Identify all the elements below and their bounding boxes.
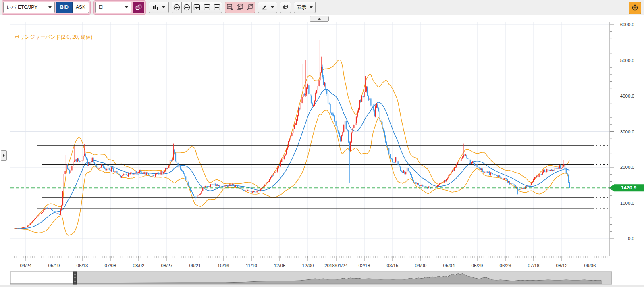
navigator[interactable] xyxy=(10,272,612,284)
y-axis-label: 1000.0 xyxy=(620,201,634,206)
navigator-handle[interactable] xyxy=(73,272,77,284)
y-axis-label: 4000.0 xyxy=(620,94,634,98)
x-axis-label: 04/24 xyxy=(20,263,32,268)
x-axis-label: 09/21 xyxy=(189,263,201,268)
y-axis-label: 5000.0 xyxy=(620,58,634,63)
y-axis-label: 3000.0 xyxy=(620,129,634,134)
triangle-right-icon xyxy=(3,154,5,157)
x-axis-label: 08/12 xyxy=(556,263,568,268)
x-axis-label: 07/08 xyxy=(105,263,116,268)
x-axis-label: 11/10 xyxy=(246,263,257,268)
x-axis-label: 09/06 xyxy=(584,263,596,268)
current-price-tag: 1420.9 xyxy=(609,184,644,191)
x-axis-label: 12/05 xyxy=(274,263,286,268)
x-axis-label: 05/19 xyxy=(48,263,60,268)
x-axis-label: 08/27 xyxy=(161,263,173,268)
x-axis-label: 05/29 xyxy=(472,263,483,268)
x-axis-label: 04/09 xyxy=(415,263,427,268)
x-axis-label: 10/16 xyxy=(218,263,229,268)
x-axis-label: 12/30 xyxy=(302,263,314,268)
x-axis-label: 07/18 xyxy=(528,263,540,268)
y-axis-label: 6000.0 xyxy=(620,22,634,27)
collapse-chart-button[interactable] xyxy=(310,16,329,22)
indicator-label: ボリンジャーバンド(2.0, 20, 終値) xyxy=(15,34,92,40)
x-axis-label: 02/18 xyxy=(359,263,370,268)
x-axis-label: 03/15 xyxy=(387,263,399,268)
x-axis-label: 06/13 xyxy=(77,263,88,268)
bottom-strip xyxy=(0,285,644,287)
y-axis-label: 0.0 xyxy=(628,236,634,241)
expand-left-panel-button[interactable] xyxy=(1,150,7,161)
x-axis-label: 06/23 xyxy=(500,263,511,268)
x-axis-label: 08/02 xyxy=(133,263,145,268)
x-axis-label: 2018/01/24 xyxy=(324,263,348,268)
x-axis-label: 05/04 xyxy=(443,263,455,268)
svg-text:1420.9: 1420.9 xyxy=(621,185,636,191)
triangle-up-icon xyxy=(318,18,321,20)
main-chart[interactable]: 1420.96000.05000.04000.03000.02000.01000… xyxy=(0,0,644,287)
y-axis-label: 2000.0 xyxy=(620,165,634,170)
